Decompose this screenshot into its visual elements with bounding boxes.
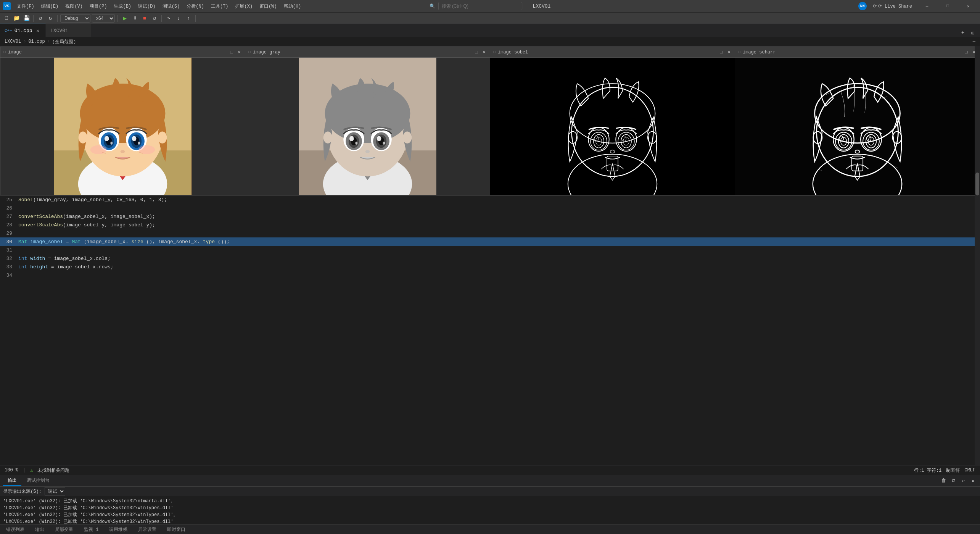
code-line-30: 30 Mat image_sobel = Mat (image_sobel_x.… — [0, 237, 980, 246]
tab-new-button[interactable]: + — [959, 29, 967, 37]
toolbar-open[interactable]: 📁 — [12, 14, 21, 23]
output-line-4: 'LXCV01.exe' (Win32): 已卸载 'C:\Windows\Sy… — [3, 518, 977, 524]
anime-sobel-svg — [490, 58, 735, 195]
sub-tab-exceptions[interactable]: 异常设置 — [135, 526, 159, 534]
sub-tab-errors[interactable]: 错误列表 — [3, 526, 27, 534]
window-minimize-gray[interactable]: — — [466, 50, 471, 55]
line-num-31: 31 — [3, 247, 18, 253]
sub-tab-watch1[interactable]: 监视 1 — [81, 526, 101, 534]
window-title-gray: image_gray — [253, 50, 464, 55]
toolbar-pause[interactable]: ⏸ — [130, 14, 139, 23]
live-share-button[interactable]: ⟳ ⟳ Live Share — [870, 2, 915, 11]
toolbar-step-over[interactable]: ↷ — [164, 14, 173, 23]
image-canvas-original — [0, 58, 245, 195]
toolbar-redo[interactable]: ↻ — [46, 14, 55, 23]
svg-point-37 — [403, 132, 412, 144]
toolbar-step-out[interactable]: ↑ — [184, 14, 193, 23]
line-num-25: 25 — [3, 197, 18, 203]
scrollbar[interactable] — [975, 47, 980, 466]
output-line-1: 'LXCV01.exe' (Win32): 已加载 'C:\Windows\Sy… — [3, 498, 977, 505]
platform-select[interactable]: x64 x86 — [92, 14, 115, 23]
window-title-image: image — [8, 50, 219, 55]
breadcrumb-file[interactable]: 01.cpp — [28, 39, 45, 44]
window-close-image[interactable]: ✕ — [237, 50, 242, 55]
start-debug-button[interactable]: ▶ — [121, 14, 129, 23]
output-panel-tabs: 输出 调试控制台 🗑 ⧉ ↩ ✕ — [0, 475, 980, 487]
svg-point-42 — [349, 136, 354, 141]
scroll-thumb[interactable] — [975, 173, 979, 195]
menu-tools[interactable]: 工具(T) — [208, 2, 232, 11]
window-title-sobel: image_sobel — [498, 50, 709, 55]
toolbar-step-into[interactable]: ↓ — [174, 14, 183, 23]
window-close-gray[interactable]: ✕ — [481, 50, 487, 55]
toolbar-restart[interactable]: ↺ — [150, 14, 159, 23]
output-source-bar: 显示输出来源(S): 调试 生成 — [0, 487, 980, 496]
close-button[interactable]: ✕ — [959, 0, 977, 12]
tab-label-lxcv01: LXCV01 — [50, 28, 68, 34]
window-icon-gray: □ — [248, 50, 251, 54]
menu-window[interactable]: 窗口(W) — [256, 2, 280, 11]
menu-project[interactable]: 项目(P) — [87, 2, 110, 11]
window-maximize-image[interactable]: □ — [229, 50, 234, 55]
menu-debug[interactable]: 调试(D) — [135, 2, 159, 11]
live-share-icon: ⟳ — [873, 3, 877, 9]
window-buttons-sobel: — □ ✕ — [711, 50, 732, 55]
menu-file[interactable]: 文件(F) — [14, 2, 37, 11]
menu-view[interactable]: 视图(V) — [62, 2, 86, 11]
output-close-btn[interactable]: ✕ — [969, 477, 977, 485]
breadcrumb-scope[interactable]: (全局范围) — [52, 39, 76, 45]
output-filter-btn[interactable]: ⧉ — [949, 477, 957, 485]
search-input[interactable] — [438, 2, 522, 10]
encoding: 制表符 — [946, 467, 960, 474]
tab-01cpp[interactable]: C++ 01.cpp ✕ — [0, 24, 46, 37]
menu-edit[interactable]: 编辑(E) — [38, 2, 62, 11]
window-minimize-sobel[interactable]: — — [711, 50, 716, 55]
menu-ext[interactable]: 扩展(X) — [232, 2, 256, 11]
tab-close-01cpp[interactable]: ✕ — [36, 27, 39, 34]
window-maximize-gray[interactable]: □ — [474, 50, 479, 55]
menu-analyze[interactable]: 分析(N) — [183, 2, 207, 11]
tab-lxcv01[interactable]: LXCV01 — [46, 24, 92, 37]
svg-point-23 — [121, 150, 125, 153]
sub-tab-callstack[interactable]: 调用堆栈 — [106, 526, 130, 534]
svg-point-48 — [377, 136, 381, 141]
maximize-button[interactable]: □ — [939, 0, 956, 12]
image-window-scharr: □ image_scharr — □ ✕ — [735, 47, 980, 195]
breadcrumb-project[interactable]: LXCV01 — [5, 39, 21, 44]
zoom-level[interactable]: 100 % — [5, 468, 18, 473]
output-source-select[interactable]: 调试 生成 — [45, 487, 65, 495]
menu-build[interactable]: 生成(B) — [111, 2, 134, 11]
output-clear-btn[interactable]: 🗑 — [940, 477, 947, 485]
code-section: 25 Sobel(image_gray, image_sobel_y, CV_1… — [0, 195, 980, 279]
output-tab-output[interactable]: 输出 — [3, 476, 21, 486]
menu-help[interactable]: 帮助(H) — [281, 2, 304, 11]
menu-test[interactable]: 测试(S) — [159, 2, 183, 11]
code-text-30: Mat image_sobel = Mat (image_sobel_x. si… — [18, 239, 230, 245]
image-canvas-sobel — [490, 58, 735, 195]
minimize-button[interactable]: — — [918, 0, 936, 12]
toolbar-sep-2 — [57, 15, 58, 22]
anime-gray-svg — [245, 58, 490, 195]
window-minimize-scharr[interactable]: — — [956, 50, 961, 55]
window-maximize-scharr[interactable]: □ — [964, 50, 969, 55]
toolbar: 🗋 📁 💾 ↺ ↻ Debug Release x64 x86 ▶ ⏸ ■ ↺ … — [0, 12, 980, 24]
tab-split-button[interactable]: ⊞ — [969, 29, 977, 37]
svg-point-22 — [138, 142, 140, 145]
output-tab-debug[interactable]: 调试控制台 — [22, 476, 54, 486]
sub-tab-immediate[interactable]: 即时窗口 — [164, 526, 188, 534]
toolbar-save[interactable]: 💾 — [22, 14, 31, 23]
image-window-original-titlebar: □ image — □ ✕ — [0, 47, 245, 58]
toolbar-stop[interactable]: ■ — [140, 14, 149, 23]
output-wrap-btn[interactable]: ↩ — [959, 477, 967, 485]
window-maximize-sobel[interactable]: □ — [719, 50, 724, 55]
toolbar-new[interactable]: 🗋 — [2, 14, 11, 23]
code-line-29: 29 — [0, 229, 980, 237]
window-close-sobel[interactable]: ✕ — [726, 50, 732, 55]
debug-mode-select[interactable]: Debug Release — [60, 14, 90, 23]
sub-tab-locals[interactable]: 局部变量 — [52, 526, 76, 534]
sub-tab-output[interactable]: 输出 — [32, 526, 47, 534]
title-bar-left: VS 文件(F) 编辑(E) 视图(V) 项目(P) 生成(B) 调试(D) 测… — [3, 2, 304, 11]
toolbar-undo[interactable]: ↺ — [36, 14, 45, 23]
window-minimize-image[interactable]: — — [221, 50, 227, 55]
user-avatar[interactable]: NN — [858, 2, 867, 10]
